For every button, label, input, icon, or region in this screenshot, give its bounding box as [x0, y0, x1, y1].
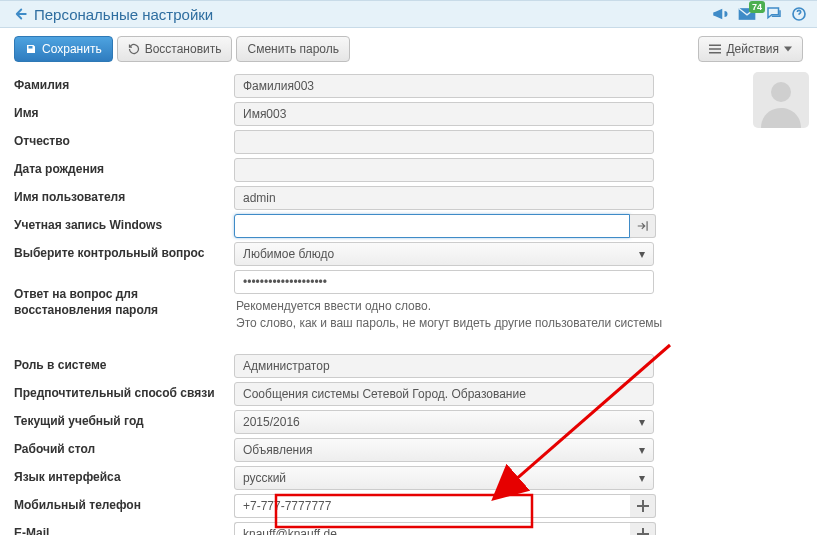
announcement-icon[interactable]	[711, 5, 729, 23]
label-patronymic: Отчество	[14, 128, 234, 156]
field-lastname[interactable]: Фамилия003	[234, 74, 654, 98]
main-form: Фамилия Фамилия003 Имя Имя003 Отчество Д…	[0, 68, 817, 535]
save-icon	[25, 43, 37, 55]
refresh-icon	[128, 43, 140, 55]
change-password-button[interactable]: Сменить пароль	[236, 36, 350, 62]
actions-dropdown[interactable]: Действия	[698, 36, 803, 62]
select-ui-language[interactable]: русский ▾	[234, 466, 654, 490]
field-email[interactable]: knauff@knauff.de	[234, 522, 630, 535]
field-windows-account[interactable]	[234, 214, 630, 238]
field-birthdate[interactable]	[234, 158, 654, 182]
help-icon[interactable]	[791, 6, 807, 22]
label-email: E-Mail	[14, 520, 234, 535]
page-title: Персональные настройки	[34, 6, 213, 23]
field-contact-method[interactable]: Сообщения системы Сетевой Город. Образов…	[234, 382, 654, 406]
page-header: Персональные настройки 74	[0, 0, 817, 28]
chat-icon[interactable]	[765, 5, 783, 23]
label-firstname: Имя	[14, 100, 234, 128]
toolbar: Сохранить Восстановить Сменить пароль Де…	[0, 28, 817, 68]
svg-rect-8	[637, 533, 649, 535]
select-desktop[interactable]: Объявления ▾	[234, 438, 654, 462]
svg-rect-3	[709, 52, 721, 54]
plus-icon	[637, 528, 649, 535]
menu-icon	[709, 44, 721, 54]
field-username[interactable]: admin	[234, 186, 654, 210]
email-addon-button[interactable]	[630, 522, 656, 535]
svg-rect-6	[637, 505, 649, 507]
label-username: Имя пользователя	[14, 184, 234, 212]
back-arrow-icon[interactable]	[10, 5, 28, 23]
select-school-year[interactable]: 2015/2016 ▾	[234, 410, 654, 434]
label-mobile: Мобильный телефон	[14, 492, 234, 520]
chevron-down-icon: ▾	[639, 247, 645, 261]
field-security-answer[interactable]: ••••••••••••••••••••	[234, 270, 654, 294]
chevron-down-icon: ▾	[639, 443, 645, 457]
plus-icon	[637, 500, 649, 512]
label-desktop: Рабочий стол	[14, 436, 234, 464]
label-lastname: Фамилия	[14, 72, 234, 100]
restore-button[interactable]: Восстановить	[117, 36, 233, 62]
label-school-year: Текущий учебный год	[14, 408, 234, 436]
chevron-down-icon: ▾	[639, 415, 645, 429]
mail-badge: 74	[749, 1, 765, 13]
login-addon-button[interactable]	[630, 214, 656, 238]
label-role: Роль в системе	[14, 352, 234, 380]
login-icon	[636, 219, 650, 233]
chevron-down-icon: ▾	[639, 471, 645, 485]
chevron-down-icon	[784, 45, 792, 53]
field-patronymic[interactable]	[234, 130, 654, 154]
svg-rect-1	[709, 45, 721, 47]
label-ui-language: Язык интерфейса	[14, 464, 234, 492]
label-birthdate: Дата рождения	[14, 156, 234, 184]
mail-icon[interactable]: 74	[737, 6, 757, 22]
mobile-addon-button[interactable]	[630, 494, 656, 518]
svg-rect-2	[709, 48, 721, 50]
save-button[interactable]: Сохранить	[14, 36, 113, 62]
field-role: Администратор	[234, 354, 654, 378]
label-security-answer: Ответ на вопрос для восстановления парол…	[14, 268, 234, 338]
label-windows-account: Учетная запись Windows	[14, 212, 234, 240]
field-mobile[interactable]: +7-777-7777777	[234, 494, 630, 518]
label-contact-method: Предпочтительный способ связи	[14, 380, 234, 408]
label-security-question: Выберите контрольный вопрос	[14, 240, 234, 268]
select-security-question[interactable]: Любимое блюдо ▾	[234, 242, 654, 266]
svg-point-4	[771, 82, 791, 102]
field-firstname[interactable]: Имя003	[234, 102, 654, 126]
hint-security-answer: Рекомендуется ввести одно слово. Это сло…	[234, 294, 674, 336]
avatar[interactable]	[753, 72, 809, 128]
